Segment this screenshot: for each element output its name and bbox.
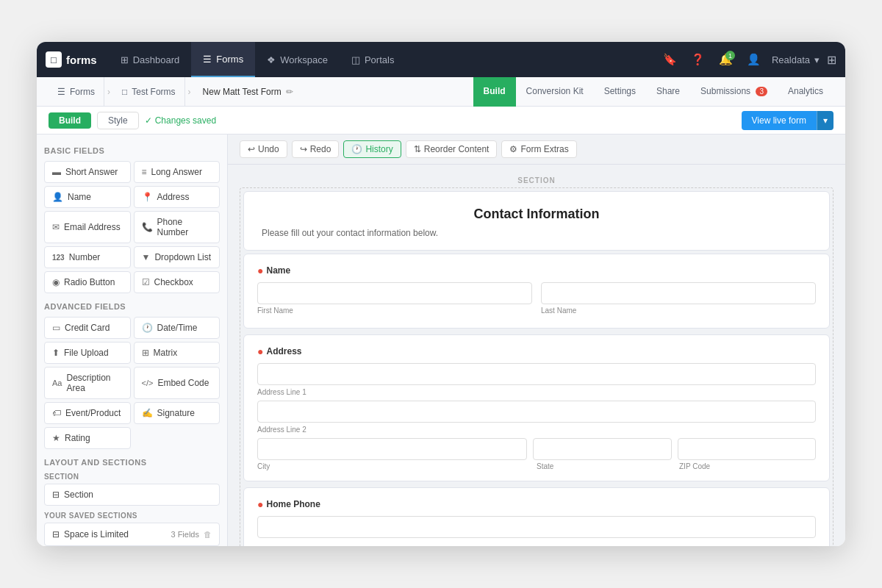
home-phone-field-card: ● Home Phone	[243, 487, 830, 546]
history-button[interactable]: 🕐 History	[343, 140, 401, 158]
section-layout-icon: ⊟	[52, 490, 60, 500]
forms-breadcrumb-icon: ☰	[57, 87, 65, 97]
nav-item-dashboard[interactable]: ⊞ Dashboard	[109, 42, 192, 77]
view-live-form-button[interactable]: View live form	[742, 111, 817, 130]
tab-submissions[interactable]: Submissions 3	[690, 77, 778, 107]
field-file-upload[interactable]: ⬆ File Upload	[44, 342, 131, 364]
matrix-icon: ⊞	[142, 348, 149, 358]
home-phone-input[interactable]	[257, 516, 816, 538]
user-profile-icon-button[interactable]: 👤	[744, 49, 764, 70]
bookmark-button[interactable]: 🔖	[660, 49, 681, 70]
address-icon: 📍	[142, 192, 153, 202]
first-name-sub-label: First Name	[257, 306, 532, 315]
name-inputs-row: First Name Last Name	[257, 282, 816, 315]
breadcrumb-test-forms[interactable]: □ Test Forms	[113, 77, 185, 106]
tab-analytics[interactable]: Analytics	[778, 77, 833, 107]
field-long-answer[interactable]: ≡ Long Answer	[134, 161, 220, 183]
app-wrapper: □ forms ⊞ Dashboard ☰ Forms ❖ Workspace …	[37, 42, 845, 546]
address-line-2-input[interactable]	[257, 401, 816, 423]
section-label-bar: SECTION	[240, 176, 833, 184]
notifications-button[interactable]: 🔔 1	[716, 49, 736, 70]
long-answer-icon: ≡	[142, 167, 147, 177]
help-button[interactable]: ❓	[688, 49, 709, 70]
workspace-icon: ❖	[267, 54, 276, 65]
embed-code-icon: </>	[142, 379, 154, 387]
field-email-address[interactable]: ✉ Email Address	[44, 211, 131, 243]
field-event-product[interactable]: 🏷 Event/Product	[44, 402, 131, 424]
reorder-content-button[interactable]: ⇅ Reorder Content	[406, 140, 498, 158]
nav-item-portals[interactable]: ◫ Portals	[340, 42, 406, 77]
breadcrumb-forms[interactable]: ☰ Forms	[49, 77, 104, 106]
field-name-label: Name	[68, 192, 91, 202]
style-mode-button[interactable]: Style	[97, 112, 139, 129]
field-embed-code[interactable]: </> Embed Code	[134, 367, 220, 399]
saved-section-right: 3 Fields 🗑	[171, 530, 212, 539]
rating-icon: ★	[52, 433, 60, 443]
field-matrix[interactable]: ⊞ Matrix	[134, 342, 220, 364]
tab-settings[interactable]: Settings	[594, 77, 646, 107]
delete-saved-section-icon[interactable]: 🗑	[204, 530, 212, 539]
last-name-sub-label: Last Name	[541, 306, 816, 315]
tab-conversion-kit[interactable]: Conversion Kit	[516, 77, 594, 107]
section-item[interactable]: ⊟ Section	[44, 484, 220, 506]
field-name[interactable]: 👤 Name	[44, 186, 131, 208]
history-label: History	[365, 144, 392, 154]
nav-item-workspace[interactable]: ❖ Workspace	[255, 42, 340, 77]
field-short-answer[interactable]: ▬ Short Answer	[44, 161, 131, 183]
edit-form-name-icon[interactable]: ✏	[286, 87, 293, 97]
address-required-dot: ●	[257, 345, 263, 357]
last-name-input[interactable]	[541, 282, 816, 304]
first-name-input[interactable]	[257, 282, 532, 304]
name-field-label: ● Name	[257, 265, 816, 276]
gear-icon: ⚙	[509, 144, 517, 154]
nav-item-forms[interactable]: ☰ Forms	[191, 42, 255, 77]
apps-grid-icon[interactable]: ⊞	[827, 53, 836, 67]
field-radio-label: Radio Button	[64, 277, 115, 287]
field-dropdown-list[interactable]: ▼ Dropdown List	[134, 246, 220, 268]
zip-input[interactable]	[678, 438, 817, 460]
build-mode-button[interactable]: Build	[49, 112, 91, 129]
field-phone-number[interactable]: 📞 Phone Number	[134, 211, 220, 243]
field-file-label: File Upload	[64, 348, 109, 358]
field-number[interactable]: 123 Number	[44, 246, 131, 268]
sidebar: Basic Fields ▬ Short Answer ≡ Long Answe…	[37, 135, 228, 546]
redo-icon: ↪	[300, 144, 307, 154]
field-checkbox[interactable]: ☑ Checkbox	[134, 271, 220, 293]
portals-icon: ◫	[351, 54, 360, 65]
nav-label-forms: Forms	[216, 54, 243, 65]
field-address[interactable]: 📍 Address	[134, 186, 220, 208]
field-embed-label: Embed Code	[157, 378, 209, 388]
city-sub-label: City	[257, 462, 531, 470]
field-phone-label: Phone Number	[157, 217, 212, 237]
tab-share[interactable]: Share	[646, 77, 690, 107]
top-nav: □ forms ⊞ Dashboard ☰ Forms ❖ Workspace …	[37, 42, 845, 77]
field-credit-card[interactable]: ▭ Credit Card	[44, 317, 131, 339]
form-extras-button[interactable]: ⚙ Form Extras	[501, 140, 576, 158]
view-live-form-dropdown[interactable]: ▾	[817, 111, 833, 130]
field-radio-button[interactable]: ◉ Radio Button	[44, 271, 131, 293]
undo-button[interactable]: ↩ Undo	[240, 140, 287, 158]
saved-section-space-is-limited[interactable]: ⊟ Space is Limited 3 Fields 🗑	[44, 523, 220, 546]
form-title: Contact Information	[262, 207, 811, 222]
field-number-label: Number	[69, 252, 101, 262]
state-input[interactable]	[533, 438, 672, 460]
redo-button[interactable]: ↪ Redo	[292, 140, 340, 158]
tab-build[interactable]: Build	[473, 77, 516, 107]
history-icon: 🕐	[351, 144, 362, 154]
content-toolbar: ↩ Undo ↪ Redo 🕐 History ⇅ Reorder Conten…	[228, 135, 845, 165]
field-signature[interactable]: ✍ Signature	[134, 402, 220, 424]
address-line-1-sub-label: Address Line 1	[257, 388, 816, 396]
address-line-1-input[interactable]	[257, 363, 816, 385]
field-description-area[interactable]: Aa Description Area	[44, 367, 131, 399]
breadcrumb-current-label: New Matt Test Form	[203, 87, 282, 97]
field-rating[interactable]: ★ Rating	[44, 427, 131, 449]
saved-sub-label: YOUR SAVED SECTIONS	[44, 512, 220, 520]
chevron-down-icon: ▾	[814, 54, 820, 65]
nav-label-dashboard: Dashboard	[133, 54, 180, 65]
field-credit-label: Credit Card	[65, 323, 110, 333]
field-checkbox-label: Checkbox	[154, 277, 193, 287]
field-date-time[interactable]: 🕐 Date/Time	[134, 317, 220, 339]
field-date-label: Date/Time	[157, 323, 198, 333]
user-menu-button[interactable]: Realdata ▾	[772, 54, 820, 65]
city-input[interactable]	[257, 438, 527, 460]
